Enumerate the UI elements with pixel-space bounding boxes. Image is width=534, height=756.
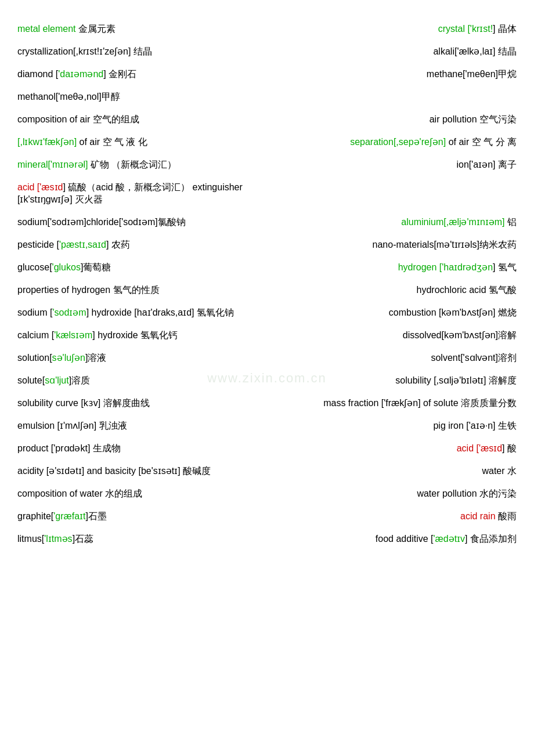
right-cell: methane['meθen]甲烷 <box>427 68 517 81</box>
text-segment: [ <box>436 262 442 272</box>
left-cell: methanol['meθə,nol]甲醇 <box>17 91 120 103</box>
right-cell: separation[,sepə'reʃən] of air 空 气 分 离 <box>350 136 517 149</box>
text-segment: ion[ <box>456 160 471 169</box>
text-segment: water 水 <box>482 466 517 476</box>
text-segment: mass fraction ['frækʃən] of solute 溶质质量分… <box>323 398 517 408</box>
vocabulary-row: solubility curve [kɜv] 溶解度曲线mass fractio… <box>17 397 517 410</box>
vocabulary-row: solution[sə'luʃən]溶液solvent['sɑlvənt]溶剂 <box>17 352 517 364</box>
text-segment: metal element <box>17 24 76 34</box>
left-cell: metal element 金属元素 <box>17 23 116 35</box>
right-cell: acid rain 酸雨 <box>460 511 517 523</box>
vocabulary-row: calcium ['kælsɪəm] hydroxide 氢氧化钙dissolv… <box>17 330 517 342</box>
vocabulary-row: diamond ['daɪəmənd] 金刚石methane['meθen]甲烷 <box>17 68 517 81</box>
text-segment: ] hydroxide 氢氧化钙 <box>92 330 178 340</box>
vocabulary-row: composition of water 水的组成water pollution… <box>17 488 517 500</box>
left-cell: solubility curve [kɜv] 溶解度曲线 <box>17 397 150 410</box>
text-segment: solution[ <box>17 353 52 363</box>
right-cell: hydrochloric acid 氢气酸 <box>417 284 517 296</box>
text-segment: 'æsɪd <box>479 443 502 453</box>
vocabulary-row: sodium ['sodɪəm] hydroxide [haɪ'draks,aɪ… <box>17 307 517 319</box>
text-segment: glucose[ <box>17 262 52 272</box>
text-segment: ] 晶体 <box>493 24 517 34</box>
text-segment: 'sodɪəm <box>50 217 84 227</box>
left-cell: crystallization[,krɪst!ɪ'zeʃən] 结晶 <box>17 46 152 58</box>
text-segment: 'æsɪd <box>39 182 63 192</box>
text-segment: hydrogen <box>398 262 437 272</box>
left-cell: litmus['lɪtməs]石蕊 <box>17 533 93 545</box>
text-segment: [ <box>474 443 479 453</box>
text-segment: dissolved[kəm'bʌstʃən]溶解 <box>403 330 517 340</box>
text-segment: litmus[ <box>17 534 44 544</box>
left-cell: mineral['mɪnərəl] 矿物 （新概念词汇） <box>17 159 176 171</box>
text-segment: water pollution 水的污染 <box>417 489 517 498</box>
text-segment: acid <box>457 443 474 453</box>
text-segment: solubility curve [kɜv] 溶解度曲线 <box>17 398 150 408</box>
vocabulary-row: pesticide ['pæstɪ,saɪd] 农药nano-materials… <box>17 239 517 251</box>
content: metal element 金属元素crystal ['krɪst!] 晶体cr… <box>17 23 517 545</box>
vocabulary-row: sodium['sodɪəm]chloride['sodɪəm]氯酸钠alumi… <box>17 216 517 229</box>
text-segment: combustion [kəm'bʌstʃən] 燃烧 <box>389 308 517 317</box>
text-segment: 矿物 （新概念词汇） <box>88 160 177 169</box>
left-cell: solution[sə'luʃən]溶液 <box>17 352 106 364</box>
text-segment: properties of hydrogen 氢气的性质 <box>17 285 160 295</box>
left-cell: acid ['æsɪd] 硫酸（acid 酸，新概念词汇） extinguish… <box>17 182 267 206</box>
text-segment: 'aɪən <box>471 160 493 169</box>
right-cell: hydrogen ['haɪdrədʒən] 氢气 <box>398 262 517 274</box>
text-segment: acid rain <box>460 511 495 521</box>
text-segment: 'meθen <box>466 69 496 79</box>
text-segment: ] 硫酸（acid 酸，新概念词汇） <box>63 182 190 192</box>
text-segment: [ <box>465 24 470 34</box>
left-cell: acidity [ə'sɪdətɪ] and basicity [be'sɪsə… <box>17 465 211 478</box>
text-segment: calcium [ <box>17 330 54 340</box>
text-segment: alkali['ælkə,laɪ] 结晶 <box>433 46 517 56</box>
text-segment: 'græfaɪt <box>53 511 85 521</box>
text-segment: 酸雨 <box>496 511 517 521</box>
right-cell: alkali['ælkə,laɪ] 结晶 <box>433 46 517 58</box>
text-segment: methane[ <box>427 69 466 79</box>
text-segment: 'daɪəmənd <box>58 69 103 79</box>
text-segment: 'sodɪəm <box>52 308 86 317</box>
text-segment: emulsion [ɪ'mʌlʃən] 乳浊液 <box>17 421 127 431</box>
left-cell: emulsion [ɪ'mʌlʃən] 乳浊液 <box>17 420 127 432</box>
text-segment: 'haɪdrədʒən <box>442 262 493 272</box>
text-segment: ]石墨 <box>86 511 107 521</box>
text-segment: pesticide [ <box>17 240 59 249</box>
text-segment: pig iron ['aɪə·n] 生铁 <box>433 421 517 431</box>
text-segment: ] 离子 <box>493 160 517 169</box>
left-cell: composition of water 水的组成 <box>17 488 142 500</box>
text-segment: ]石蕊 <box>73 534 93 544</box>
text-segment: 'krɪst! <box>470 24 493 34</box>
text-segment: 'glukos <box>52 262 81 272</box>
right-cell: water 水 <box>482 465 517 478</box>
vocabulary-row: litmus['lɪtməs]石蕊food additive ['ædətɪv]… <box>17 533 517 545</box>
text-segment: hydrochloric acid 氢气酸 <box>417 285 517 295</box>
text-segment: [,æljə'mɪnɪəm] <box>443 217 504 227</box>
text-segment: nano-materials[mə'tɪrɪəls]纳米农药 <box>373 240 517 249</box>
right-cell: combustion [kəm'bʌstʃən] 燃烧 <box>389 307 517 319</box>
vocabulary-row: solute[sɑ'ljut]溶质solubility [,sɑljə'bɪlə… <box>17 375 517 387</box>
right-cell: solvent['sɑlvənt]溶剂 <box>431 352 517 364</box>
text-segment: ] 金刚石 <box>103 69 136 79</box>
text-segment: ['mɪnərəl] <box>48 160 88 169</box>
text-segment: ] 食品添加剂 <box>465 534 517 544</box>
text-segment: air pollution 空气污染 <box>430 114 517 124</box>
text-segment: food additive [ <box>376 534 434 544</box>
left-cell: pesticide ['pæstɪ,saɪd] 农药 <box>17 239 130 251</box>
left-cell: diamond ['daɪəmənd] 金刚石 <box>17 68 136 81</box>
vocabulary-row: properties of hydrogen 氢气的性质hydrochloric… <box>17 284 517 296</box>
text-segment: ]甲烷 <box>496 69 517 79</box>
text-segment: 铝 <box>505 217 517 227</box>
text-segment: sɑ'ljut <box>45 375 69 385</box>
right-cell: mass fraction ['frækʃən] of solute 溶质质量分… <box>323 397 517 410</box>
text-segment: ]溶液 <box>85 353 106 363</box>
right-cell: water pollution 水的污染 <box>417 488 517 500</box>
right-cell: crystal ['krɪst!] 晶体 <box>438 23 517 35</box>
text-segment: crystallization[,krɪst!ɪ'zeʃən] 结晶 <box>17 46 152 56</box>
right-cell: aluminium[,æljə'mɪnɪəm] 铝 <box>401 216 517 229</box>
text-segment: ]溶质 <box>69 375 90 385</box>
text-segment: of air 空 气 液 化 <box>77 137 147 147</box>
text-segment: sodium [ <box>17 308 52 317</box>
text-segment: diamond [ <box>17 69 58 79</box>
text-segment: ]溶剂 <box>496 353 517 363</box>
right-cell: nano-materials[mə'tɪrɪəls]纳米农药 <box>373 239 517 251</box>
